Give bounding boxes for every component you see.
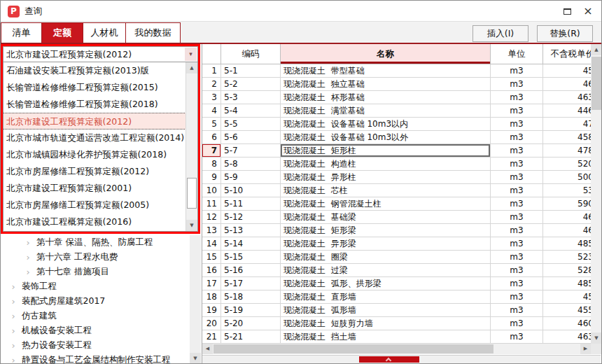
- cell-unit[interactable]: m3: [491, 330, 543, 344]
- vertical-scrollbar-thumb[interactable]: [592, 57, 601, 110]
- scroll-down-icon[interactable]: ▼: [591, 332, 602, 344]
- dropdown-option[interactable]: 北京市房屋修缮工程预算定额(2005): [4, 197, 197, 214]
- table-row[interactable]: 155-15现浇混凝土 圈梁m3523: [202, 251, 602, 264]
- table-row[interactable]: 25-2现浇混凝土 独立基础m346: [202, 78, 602, 91]
- cell-code[interactable]: 5-6: [221, 131, 281, 144]
- dropdown-option[interactable]: 长输管道检修维修工程预算定额(2015): [4, 79, 197, 96]
- dropdown-option[interactable]: 北京市建设工程预算定额(2001): [4, 180, 197, 197]
- cell-name[interactable]: 现浇混凝土 过梁: [281, 264, 491, 277]
- table-row[interactable]: 95-9现浇混凝土 异形柱m3500: [202, 171, 602, 184]
- cell-unit[interactable]: m3: [491, 184, 543, 197]
- cell-num[interactable]: 20: [202, 317, 221, 330]
- cell-name[interactable]: 现浇混凝土 钢管混凝土柱: [281, 197, 491, 211]
- chevron-right-icon[interactable]: ›: [9, 355, 18, 364]
- dropdown-option[interactable]: 北京市建设工程预算定额(2012): [4, 113, 197, 130]
- scroll-down-icon[interactable]: ▼: [190, 353, 201, 364]
- cell-code[interactable]: 5-11: [221, 197, 281, 211]
- cell-unit[interactable]: m3: [491, 317, 543, 330]
- tree-item[interactable]: ›第十章 保温、隔热、防腐工程: [1, 235, 190, 250]
- header-rownum[interactable]: [202, 44, 221, 64]
- cell-code[interactable]: 5-7: [221, 144, 281, 158]
- close-button[interactable]: ×: [580, 3, 596, 20]
- insert-button[interactable]: 插入(I): [472, 25, 528, 42]
- cell-code[interactable]: 5-4: [221, 104, 281, 118]
- table-row[interactable]: 15-1现浇混凝土 带型基础m345: [202, 64, 602, 78]
- dropdown-option[interactable]: 北京市城市轨道交通运营改造工程定额(2014): [4, 130, 197, 146]
- cell-num[interactable]: 17: [202, 277, 221, 290]
- chevron-right-icon[interactable]: ›: [24, 252, 32, 262]
- cell-name[interactable]: 现浇混凝土 直形墙: [281, 290, 491, 304]
- table-row[interactable]: 85-8现浇混凝土 构造柱m3520: [202, 158, 602, 171]
- cell-code[interactable]: 5-15: [221, 251, 281, 264]
- cell-code[interactable]: 5-2: [221, 78, 281, 91]
- chevron-right-icon[interactable]: ›: [9, 311, 18, 321]
- cell-unit[interactable]: m3: [491, 211, 543, 224]
- cell-name[interactable]: 现浇混凝土 弧形、拱形梁: [281, 277, 491, 290]
- cell-unit[interactable]: m3: [491, 158, 543, 171]
- cell-num[interactable]: 3: [202, 91, 221, 104]
- header-name[interactable]: 名称: [281, 44, 491, 64]
- cell-unit[interactable]: m3: [491, 251, 543, 264]
- quota-combobox[interactable]: 北京市建设工程预算定额(2012) ▾: [3, 46, 198, 62]
- scroll-up-icon[interactable]: ▲: [186, 62, 197, 74]
- cell-name[interactable]: 现浇混凝土 挡土墙: [281, 330, 491, 344]
- cell-name[interactable]: 现浇混凝土 矩形柱: [281, 144, 491, 158]
- dropdown-option[interactable]: 北京市城镇园林绿化养护预算定额(2018): [4, 146, 197, 163]
- cell-name[interactable]: 现浇混凝土 带型基础: [281, 64, 491, 78]
- tree-item[interactable]: ›仿古建筑: [1, 309, 190, 323]
- chevron-right-icon[interactable]: ›: [9, 296, 18, 307]
- minimize-button[interactable]: [561, 5, 575, 18]
- tab-我的数据[interactable]: 我的数据: [125, 22, 181, 43]
- table-horizontal-scrollbar[interactable]: ◀ ▶: [202, 344, 591, 354]
- cell-code[interactable]: 5-5: [221, 118, 281, 131]
- expand-panel-button[interactable]: [359, 356, 419, 363]
- cell-code[interactable]: 5-12: [221, 211, 281, 224]
- chevron-down-icon[interactable]: ▾: [185, 48, 197, 61]
- replace-button[interactable]: 替换(R): [537, 25, 593, 42]
- header-unit[interactable]: 单位: [491, 44, 543, 64]
- chevron-right-icon[interactable]: ›: [9, 281, 18, 292]
- horizontal-scrollbar-thumb[interactable]: [214, 344, 493, 354]
- cell-name[interactable]: 现浇混凝土 异形梁: [281, 237, 491, 251]
- table-vertical-scrollbar[interactable]: ▲ ▼: [591, 44, 602, 344]
- dropdown-option[interactable]: 长输管道检修维修工程预算定额(2018): [4, 96, 197, 113]
- table-row[interactable]: 185-18现浇混凝土 直形墙m345: [202, 290, 602, 304]
- cell-name[interactable]: 现浇混凝土 异形柱: [281, 171, 491, 184]
- cell-code[interactable]: 5-9: [221, 171, 281, 184]
- tree-item[interactable]: ›静置设备与工艺金属结构制作安装工程: [1, 353, 190, 364]
- cell-code[interactable]: 5-10: [221, 184, 281, 197]
- cell-num[interactable]: 11: [202, 197, 221, 211]
- cell-unit[interactable]: m3: [491, 237, 543, 251]
- tree-item[interactable]: ›第十六章 工程水电费: [1, 250, 190, 265]
- cell-code[interactable]: 5-16: [221, 264, 281, 277]
- cell-num[interactable]: 21: [202, 330, 221, 344]
- chevron-right-icon[interactable]: ›: [9, 326, 18, 336]
- chevron-right-icon[interactable]: ›: [9, 340, 18, 351]
- cell-num[interactable]: 15: [202, 251, 221, 264]
- cell-num[interactable]: 8: [202, 158, 221, 171]
- cell-num[interactable]: 19: [202, 304, 221, 317]
- cell-name[interactable]: 现浇混凝土 短肢剪力墙: [281, 317, 491, 330]
- cell-num[interactable]: 4: [202, 104, 221, 118]
- table-row[interactable]: 165-16现浇混凝土 过梁m3528: [202, 264, 602, 277]
- cell-name[interactable]: 现浇混凝土 基础梁: [281, 211, 491, 224]
- cell-unit[interactable]: m3: [491, 277, 543, 290]
- tab-人材机[interactable]: 人材机: [83, 22, 126, 43]
- cell-name[interactable]: 现浇混凝土 芯柱: [281, 184, 491, 197]
- cell-unit[interactable]: m3: [491, 118, 543, 131]
- cell-unit[interactable]: m3: [491, 171, 543, 184]
- cell-unit[interactable]: m3: [491, 290, 543, 304]
- cell-num[interactable]: 10: [202, 184, 221, 197]
- cell-unit[interactable]: m3: [491, 264, 543, 277]
- cell-unit[interactable]: m3: [491, 104, 543, 118]
- cell-code[interactable]: 5-20: [221, 317, 281, 330]
- cell-code[interactable]: 5-3: [221, 91, 281, 104]
- dropdown-option[interactable]: 北京市房屋修缮工程预算定额(2012): [4, 163, 197, 180]
- cell-name[interactable]: 现浇混凝土 弧形墙: [281, 304, 491, 317]
- table-row[interactable]: 75-7现浇混凝土 矩形柱m3478: [202, 144, 602, 158]
- cell-num[interactable]: 5: [202, 118, 221, 131]
- cell-unit[interactable]: m3: [491, 91, 543, 104]
- cell-num[interactable]: 16: [202, 264, 221, 277]
- cell-unit[interactable]: m3: [491, 304, 543, 317]
- cell-code[interactable]: 5-17: [221, 277, 281, 290]
